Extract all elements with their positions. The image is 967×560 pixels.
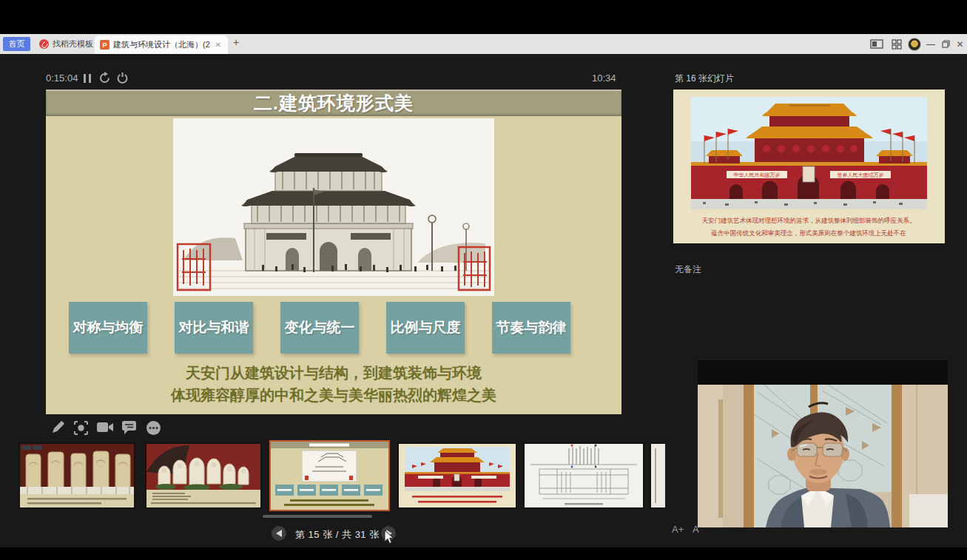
slide-title-band: 二.建筑环境形式美	[46, 90, 621, 116]
wall-clock: 10:34	[592, 72, 616, 84]
thumbnail-slide-18-partial[interactable]	[649, 442, 665, 509]
filmstrip-scrollbar[interactable]	[263, 515, 372, 518]
notes-empty-label: 无备注	[675, 263, 701, 276]
docer-icon	[39, 39, 49, 49]
next-slide-preview[interactable]: 中华人民共和国万岁 世界人民大团结万岁 天安门建筑艺术体现对理想环境的追求，从建…	[673, 90, 945, 243]
preview-caption-line1: 天安门建筑艺术体现对理想环境的追求，从建筑整体到细部装饰的呼应关系。	[702, 217, 916, 224]
tiananmen-engraving-image	[173, 118, 494, 296]
current-slide-canvas[interactable]: 二.建筑环境形式美	[46, 90, 621, 414]
slide-position-label: 第 15 张 / 共 31 张	[295, 528, 380, 542]
speaker-video-feed[interactable]	[698, 360, 948, 527]
thumbnail-slide-14[interactable]	[145, 442, 262, 509]
preview-caption-line2: 蕴含中国传统文化和审美理念，形式美原则在整个建筑环境上无处不在	[711, 229, 906, 237]
new-tab-button[interactable]: +	[233, 36, 239, 48]
restart-timer-icon[interactable]	[98, 72, 115, 88]
tab-docer-templates[interactable]: 找稻壳模板	[35, 37, 98, 51]
previous-slide-button[interactable]	[272, 526, 286, 541]
slide-title: 二.建筑环境形式美	[254, 91, 414, 115]
tab-home[interactable]: 首页	[3, 37, 30, 51]
mouse-cursor	[384, 530, 394, 547]
plaque-left-text: 中华人民共和国万岁	[734, 172, 781, 178]
slide-caption-line1: 天安门从建筑设计与结构，到建筑装饰与环境	[46, 363, 621, 383]
single-slide-view-icon[interactable]	[868, 37, 886, 51]
restore-button[interactable]	[938, 37, 953, 51]
laser-pointer-icon[interactable]	[73, 420, 90, 436]
ppt-file-icon: P	[100, 40, 109, 50]
thumbnail-slide-17[interactable]	[523, 442, 644, 509]
slide-button-contrast: 对比与和谐	[175, 302, 253, 354]
tab-document-title: 建筑与环境设计（北海）(2).pptx	[113, 39, 210, 50]
pen-annotate-icon[interactable]	[50, 420, 67, 436]
next-slide-header: 第 16 张幻灯片	[675, 72, 734, 85]
thumbnail-slide-16[interactable]	[397, 442, 517, 509]
slide-button-proportion: 比例与尺度	[386, 302, 465, 354]
speaker-portrait	[698, 385, 948, 527]
notes-font-decrease-button[interactable]: A	[693, 524, 699, 535]
slide-caption-line2: 体现雍容醇厚的中和之美与美华丽热烈的辉煌之美	[46, 385, 621, 405]
tab-docer-label: 找稻壳模板	[53, 38, 93, 50]
screen: 首页 找稻壳模板 P 建筑与环境设计（北海）(2).pptx ✕ + — ✕ 0…	[0, 0, 967, 560]
comment-icon[interactable]	[121, 420, 138, 436]
camera-icon[interactable]	[97, 421, 113, 437]
close-window-button[interactable]: ✕	[953, 37, 967, 51]
slide-button-variation: 变化与统一	[280, 302, 359, 354]
slide-button-rhythm: 节奏与韵律	[492, 302, 570, 354]
thumbnail-slide-15-selected[interactable]	[269, 440, 390, 511]
browser-tab-bar: 首页 找稻壳模板 P 建筑与环境设计（北海）(2).pptx ✕ + — ✕	[0, 34, 967, 54]
tab-document[interactable]: P 建筑与环境设计（北海）(2).pptx ✕	[95, 36, 228, 54]
grid-view-icon[interactable]	[888, 37, 906, 51]
more-options-icon[interactable]	[146, 420, 162, 436]
pause-timer-icon[interactable]	[81, 72, 98, 89]
thumbnail-slide-13[interactable]	[18, 442, 135, 509]
minimize-button[interactable]: —	[923, 37, 938, 51]
elapsed-timer: 0:15:04	[46, 72, 78, 84]
power-end-show-icon[interactable]	[116, 72, 132, 88]
plaque-right-text: 世界人民大团结万岁	[838, 172, 884, 178]
slide-button-row: 对称与均衡 对比与和谐 变化与统一 比例与尺度 节奏与韵律	[69, 302, 599, 354]
tab-close-icon[interactable]: ✕	[214, 41, 223, 49]
tab-home-label: 首页	[9, 38, 25, 50]
notes-font-increase-button[interactable]: A+	[672, 524, 684, 535]
avatar[interactable]	[906, 37, 923, 51]
slide-button-symmetry: 对称与均衡	[69, 302, 147, 354]
